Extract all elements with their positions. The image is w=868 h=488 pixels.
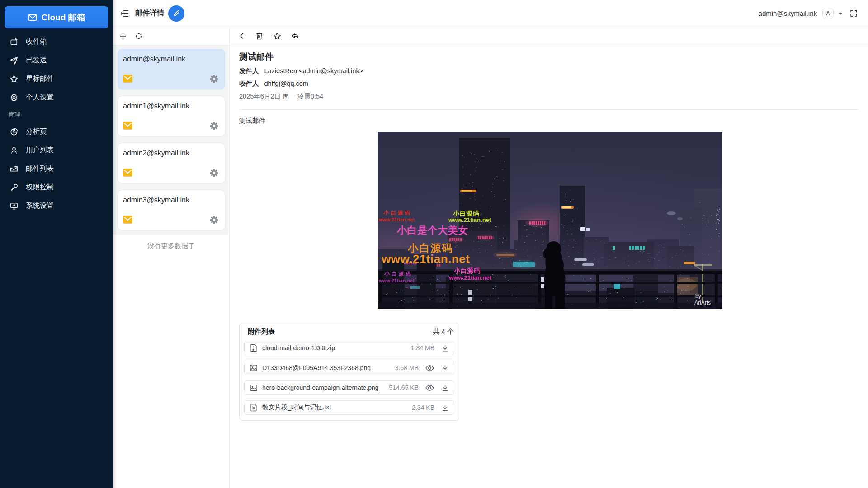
svg-text:小 白 源 码: 小 白 源 码 [383, 210, 410, 216]
svg-text:www.21tian.net: www.21tian.net [378, 278, 415, 283]
svg-text:小 白 源 码: 小 白 源 码 [384, 271, 411, 277]
svg-text:小白源码: 小白源码 [453, 267, 481, 274]
svg-text:www.21tian.net: www.21tian.net [448, 274, 492, 281]
svg-text:AriArts: AriArts [694, 300, 711, 306]
svg-text:www.21tian.net: www.21tian.net [381, 252, 470, 266]
svg-text:小白是个大美女: 小白是个大美女 [396, 225, 468, 236]
svg-text:www.21tian.net: www.21tian.net [378, 217, 415, 222]
svg-text:小白源码: 小白源码 [453, 210, 480, 217]
svg-text:www.21tian.net: www.21tian.net [448, 216, 491, 223]
svg-text:by: by [695, 293, 701, 299]
